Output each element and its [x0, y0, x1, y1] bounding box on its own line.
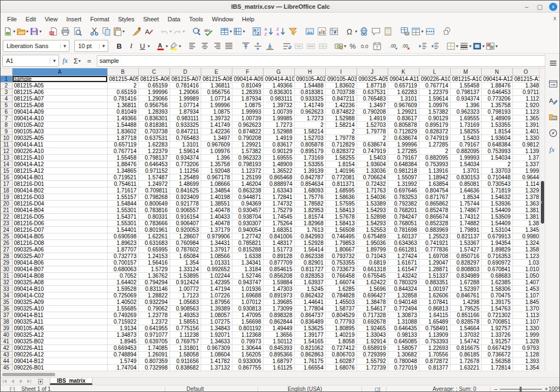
cell-J15[interactable]: 1.33036	[357, 167, 388, 174]
cell-A30[interactable]: 090414-B07	[12, 266, 107, 272]
sort-icon[interactable]: AZ	[250, 25, 262, 38]
cell-G45[interactable]: 1.61125	[263, 364, 294, 371]
cell-O31[interactable]: 1.050	[512, 272, 539, 279]
cell-H44[interactable]: 1.76175	[294, 358, 325, 364]
cell-B35[interactable]: 1.40502	[107, 299, 138, 305]
cell-A36[interactable]: 090325-A10	[12, 305, 107, 312]
cell-N24[interactable]: 1.53104	[481, 226, 512, 233]
cell-E3[interactable]: 0.956756	[201, 89, 232, 95]
cell-H18[interactable]: 1.68093	[294, 187, 325, 194]
cell-J3[interactable]: 0.637531	[357, 89, 388, 95]
cell-I40[interactable]: 1.40219	[325, 331, 357, 338]
cell-G27[interactable]: 1.51773	[263, 246, 294, 253]
cell-E5[interactable]: 1.99996	[201, 102, 232, 108]
cell-L35[interactable]: 1.07841	[419, 299, 450, 305]
page-style-indicator[interactable]: Default	[186, 386, 204, 392]
cell-I31[interactable]: 0.766458	[325, 272, 357, 279]
row-header-26[interactable]: 26	[1, 239, 12, 246]
cell-B34[interactable]: 0.725069	[107, 292, 138, 299]
cell-C25[interactable]: 1.62261	[138, 233, 170, 239]
cell-C12[interactable]: 1.22379	[138, 148, 170, 154]
cell-E33[interactable]: 1.47194	[201, 285, 232, 292]
cell-D8[interactable]: 0.933325	[170, 121, 201, 128]
cell-H15[interactable]: 1.39139	[294, 167, 325, 174]
cell-E28[interactable]: 1.08566	[201, 253, 232, 259]
cell-N12[interactable]: 0.753993	[481, 148, 512, 154]
cell-E23[interactable]: 1.40478	[201, 220, 232, 226]
cell-J37[interactable]: 0.717328	[357, 312, 388, 318]
cell-A29[interactable]: 090414-B06	[12, 259, 107, 266]
column-header-B[interactable]: B	[107, 68, 138, 75]
add-decimal-icon[interactable]: .00	[388, 39, 400, 52]
align-top-icon[interactable]	[240, 39, 252, 52]
cell-H8[interactable]: 2	[294, 121, 325, 128]
cell-I45[interactable]: 1.68076	[325, 364, 357, 371]
cell-H5[interactable]: 1.41749	[294, 102, 325, 108]
cell-L37[interactable]: 1.64115	[419, 312, 450, 318]
cell-M13[interactable]: 1.99993	[450, 154, 481, 161]
column-header-K[interactable]: K	[388, 68, 419, 75]
cell-N45[interactable]: 1.72814	[481, 364, 512, 371]
cell-F21[interactable]: 0.930457	[232, 207, 263, 213]
column-header-J[interactable]: J	[357, 68, 388, 75]
format-currency-icon[interactable]: ▾	[334, 39, 347, 52]
cell-E39[interactable]: 1.34843	[201, 325, 232, 331]
cell-L7[interactable]: 0.90129	[419, 115, 450, 121]
cell-B44[interactable]: 1.5749	[107, 358, 138, 364]
row-header-37[interactable]: 37	[1, 312, 12, 318]
cell-B33[interactable]: 1.59528	[107, 285, 138, 292]
cell-N40[interactable]: 1.33726	[481, 331, 512, 338]
cell-D21[interactable]: 0.906557	[170, 207, 201, 213]
cell-N3[interactable]: 0.646453	[481, 89, 512, 95]
cell-K40[interactable]: 0.98133	[388, 331, 419, 338]
cell-I33[interactable]: 1.6285	[325, 285, 357, 292]
chevron-down-icon[interactable]: ▾	[421, 29, 423, 34]
background-color-icon[interactable]: ▾	[472, 39, 485, 52]
cell-L21[interactable]: 0.852478	[419, 207, 450, 213]
cell-L45[interactable]: 0.81377	[419, 364, 450, 371]
cell-C36[interactable]: 0.79062	[138, 305, 170, 312]
cell-M35[interactable]: 1.4298	[450, 299, 481, 305]
formula-button[interactable]: =	[83, 55, 95, 67]
cell-I9[interactable]: 2	[325, 128, 357, 134]
cell-L16[interactable]: 1.18942	[419, 174, 450, 180]
cell-J20[interactable]: 1.53389	[357, 200, 388, 207]
cell-M27[interactable]: 1.57427	[450, 246, 481, 253]
underline-icon[interactable]: U▾	[137, 39, 150, 52]
cell-F39[interactable]: 0.801192	[232, 325, 263, 331]
cell-B29[interactable]: 0.700157	[107, 259, 138, 266]
cell-L9[interactable]: 0.828372	[419, 128, 450, 134]
cell-I38[interactable]: 0.77793	[325, 318, 357, 325]
cell-B3[interactable]: 0.65159	[107, 89, 138, 95]
cell-B32[interactable]: 1.64402	[107, 279, 138, 285]
cell-L39[interactable]: 0.758491	[419, 325, 450, 331]
cell-O24[interactable]: 1.345	[512, 226, 539, 233]
cell-N36[interactable]: 1.54763	[481, 305, 512, 312]
cell-B11[interactable]: 0.657119	[107, 141, 138, 148]
cell-G15[interactable]: 1.36522	[263, 167, 294, 174]
cell-L29[interactable]: 1.29047	[419, 259, 450, 266]
cell-M43[interactable]: 0.86185	[450, 351, 481, 358]
cell-L20[interactable]: 0.865862	[419, 200, 450, 207]
cell-D17[interactable]: 1.48699	[170, 180, 201, 187]
cell-H10[interactable]: 1.52703	[294, 134, 325, 141]
cell-L12[interactable]: 2	[419, 148, 450, 154]
cell-B31[interactable]: 0.7052	[107, 272, 138, 279]
spreadsheet-grid[interactable]: ABCDEFGHIJKLMNO1sample081215-A05081215-A…	[1, 68, 539, 371]
cell-J27[interactable]: 1.89799	[357, 246, 388, 253]
cell-C20[interactable]: 0.800649	[138, 200, 170, 207]
row-header-38[interactable]: 38	[1, 318, 12, 325]
cell-O13[interactable]: 1.37	[512, 154, 539, 161]
cell-D5[interactable]: 1.07714	[170, 102, 201, 108]
cell-J11[interactable]: 0.638674	[357, 141, 388, 148]
cell-H14[interactable]: 1.53355	[294, 161, 325, 167]
cell-M28[interactable]: 0.850716	[450, 253, 481, 259]
row-header-17[interactable]: 17	[1, 180, 12, 187]
cell-H34[interactable]: 0.862432	[294, 292, 325, 299]
cell-A35[interactable]: 090325-A09	[12, 299, 107, 305]
cell-N33[interactable]: 1.58306	[481, 285, 512, 292]
cell-D36[interactable]: 0.908563	[170, 305, 201, 312]
cell-D12[interactable]: 1.59614	[170, 148, 201, 154]
cell-D13[interactable]: 0.934374	[170, 154, 201, 161]
cell-J41[interactable]: 1.92914	[357, 338, 388, 344]
